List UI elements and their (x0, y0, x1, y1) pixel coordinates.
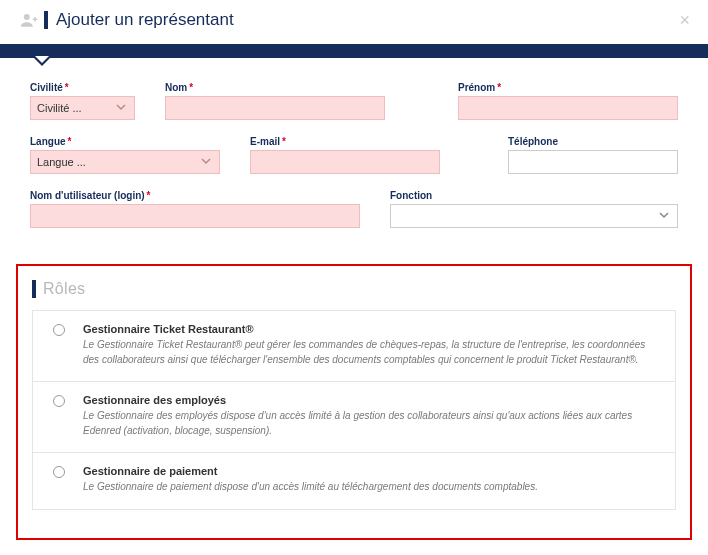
role-option[interactable]: Gestionnaire des employés Le Gestionnair… (33, 382, 675, 453)
radio-icon (53, 324, 65, 336)
label-login: Nom d'utilisateur (login)* (30, 190, 360, 201)
progress-band (0, 44, 708, 58)
field-login: Nom d'utilisateur (login)* (30, 190, 360, 228)
role-desc: Le Gestionnaire de paiement dispose d'un… (83, 480, 659, 495)
input-nom[interactable] (165, 96, 385, 120)
close-icon[interactable]: × (679, 10, 690, 31)
field-telephone: Téléphone (508, 136, 678, 174)
input-telephone[interactable] (508, 150, 678, 174)
role-title: Gestionnaire de paiement (83, 465, 659, 477)
label-telephone: Téléphone (508, 136, 678, 147)
chevron-down-icon (116, 102, 126, 114)
form-area: Civilité* Civilité ... Nom* Prénom* Lang… (0, 58, 708, 254)
radio-icon (53, 466, 65, 478)
svg-point-0 (24, 14, 30, 20)
input-login[interactable] (30, 204, 360, 228)
heading-bar (32, 280, 36, 298)
select-fonction[interactable] (390, 204, 678, 228)
roles-section: Rôles Gestionnaire Ticket Restaurant® Le… (16, 264, 692, 540)
modal-title: Ajouter un représentant (56, 10, 234, 30)
header-bar (44, 11, 48, 29)
select-civilite[interactable]: Civilité ... (30, 96, 135, 120)
label-civilite: Civilité* (30, 82, 135, 93)
roles-title: Rôles (43, 280, 85, 298)
role-option[interactable]: Gestionnaire Ticket Restaurant® Le Gesti… (33, 311, 675, 382)
role-title: Gestionnaire des employés (83, 394, 659, 406)
label-fonction: Fonction (390, 190, 678, 201)
field-langue: Langue* Langue ... (30, 136, 220, 174)
chevron-down-icon (659, 210, 669, 222)
chevron-down-icon (201, 156, 211, 168)
label-prenom: Prénom* (458, 82, 678, 93)
role-desc: Le Gestionnaire Ticket Restaurant® peut … (83, 338, 659, 367)
field-prenom: Prénom* (458, 82, 678, 120)
role-desc: Le Gestionnaire des employés dispose d'u… (83, 409, 659, 438)
field-civilite: Civilité* Civilité ... (30, 82, 135, 120)
label-langue: Langue* (30, 136, 220, 147)
label-email: E-mail* (250, 136, 440, 147)
roles-list: Gestionnaire Ticket Restaurant® Le Gesti… (32, 310, 676, 510)
add-user-icon (20, 12, 38, 28)
modal-add-representative: Ajouter un représentant × Civilité* Civi… (0, 0, 708, 555)
modal-footer: Fermer Ajouter (0, 550, 708, 556)
field-fonction: Fonction (390, 190, 678, 228)
input-email[interactable] (250, 150, 440, 174)
radio-icon (53, 395, 65, 407)
field-email: E-mail* (250, 136, 440, 174)
role-title: Gestionnaire Ticket Restaurant® (83, 323, 659, 335)
role-option[interactable]: Gestionnaire de paiement Le Gestionnaire… (33, 453, 675, 509)
label-nom: Nom* (165, 82, 385, 93)
select-langue[interactable]: Langue ... (30, 150, 220, 174)
field-nom: Nom* (165, 82, 385, 120)
input-prenom[interactable] (458, 96, 678, 120)
roles-heading: Rôles (32, 280, 676, 298)
modal-header: Ajouter un représentant × (0, 0, 708, 38)
